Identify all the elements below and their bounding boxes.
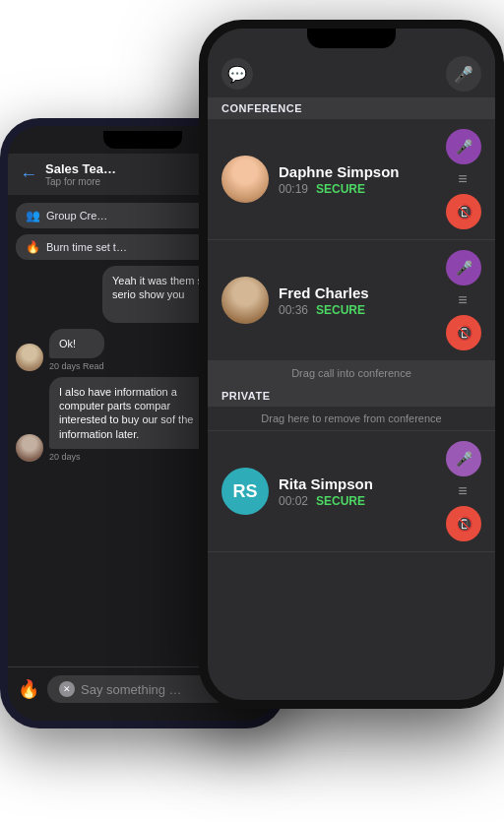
bubble-left-1: Ok! [49, 329, 104, 358]
participant-daphne: Daphne Simpson 00:19 SECURE 🎤 ≡ 📵 [208, 119, 495, 240]
front-phone-inner: 💬 🎤 CONFERENCE Daphne Simpson 00:19 SECU… [208, 29, 495, 700]
name-rita: Rita Simpson [279, 475, 436, 492]
avatar-left-1 [16, 344, 43, 371]
info-fred: Fred Charles 00:36 SECURE [279, 285, 436, 317]
participant-fred: Fred Charles 00:36 SECURE 🎤 ≡ 📵 [208, 240, 495, 361]
bubble-left-2: I also have information a computer parts… [49, 377, 217, 449]
back-button[interactable]: ← [20, 164, 37, 185]
participant-rita: RS Rita Simpson 00:02 SECURE 🎤 ≡ 📵 [208, 431, 495, 552]
clear-icon[interactable]: ✕ [59, 681, 75, 697]
chat-placeholder: Say something … [81, 682, 217, 697]
drag-into-conference: Drag call into conference [208, 361, 495, 385]
actions-rita: 🎤 ≡ 📵 [446, 441, 481, 541]
end-button-daphne[interactable]: 📵 [446, 194, 481, 229]
conference-section-label: CONFERENCE [208, 97, 495, 119]
timer-row-daphne: 00:19 SECURE [279, 182, 436, 196]
mute-button-daphne[interactable]: 🎤 [446, 129, 481, 164]
bubble-left-text-2: I also have information a computer parts… [59, 385, 207, 441]
secure-daphne: SECURE [316, 182, 365, 196]
name-daphne: Daphne Simpson [279, 163, 436, 180]
front-notch [307, 29, 396, 48]
initials-rita: RS [221, 468, 269, 515]
avatar-rita: RS [221, 468, 269, 515]
logo-icon: 💬 [227, 65, 247, 84]
avatar-fred [221, 277, 269, 324]
name-fred: Fred Charles [279, 285, 436, 301]
burn-icon: 🔥 [26, 240, 40, 254]
system-text-group: Group Cre… [46, 210, 107, 221]
bubble-left-meta-1: 20 days Read [49, 361, 104, 371]
menu-icon-daphne[interactable]: ≡ [458, 170, 469, 188]
private-section-label: PRIVATE [208, 385, 495, 407]
info-daphne: Daphne Simpson 00:19 SECURE [279, 163, 436, 196]
bubble-left-meta-2: 20 days [49, 452, 217, 462]
secure-fred: SECURE [316, 303, 365, 317]
flame-icon[interactable]: 🔥 [18, 678, 39, 700]
system-text-burn: Burn time set t… [46, 241, 127, 253]
end-button-rita[interactable]: 📵 [446, 506, 481, 541]
drag-remove-hint: Drag here to remove from conference [208, 407, 495, 431]
mute-button-fred[interactable]: 🎤 [446, 250, 481, 285]
avatar-daphne [221, 156, 269, 203]
secure-rita: SECURE [316, 494, 365, 508]
bubble-left-text-1: Ok! [59, 337, 94, 350]
mute-button-rita[interactable]: 🎤 [446, 441, 481, 476]
end-button-fred[interactable]: 📵 [446, 315, 481, 350]
avatar-left-2 [16, 434, 43, 462]
topbar-mic-button[interactable]: 🎤 [446, 56, 481, 92]
info-rita: Rita Simpson 00:02 SECURE [279, 475, 436, 508]
front-phone: 💬 🎤 CONFERENCE Daphne Simpson 00:19 SECU… [199, 20, 504, 709]
group-icon: 👥 [26, 209, 40, 222]
actions-fred: 🎤 ≡ 📵 [446, 250, 481, 350]
timer-rita: 00:02 [279, 494, 308, 508]
timer-daphne: 00:19 [279, 182, 308, 196]
timer-fred: 00:36 [279, 303, 308, 317]
timer-row-rita: 00:02 SECURE [279, 494, 436, 508]
app-logo: 💬 [221, 58, 253, 90]
menu-icon-fred[interactable]: ≡ [458, 291, 469, 309]
actions-daphne: 🎤 ≡ 📵 [446, 129, 481, 229]
menu-icon-rita[interactable]: ≡ [458, 482, 469, 500]
timer-row-fred: 00:36 SECURE [279, 303, 436, 317]
